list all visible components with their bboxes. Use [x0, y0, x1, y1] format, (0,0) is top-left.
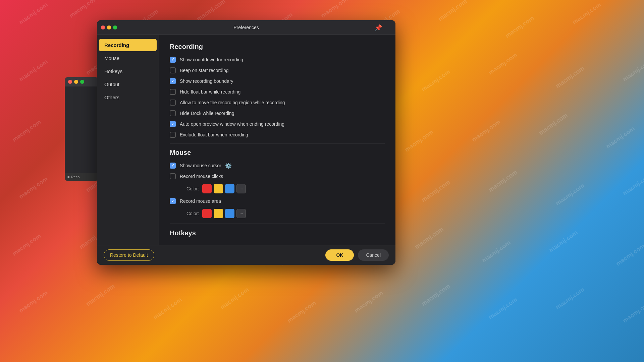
- preferences-titlebar: Preferences 📌: [97, 20, 395, 35]
- preferences-content: Recording Show countdown for recording B…: [159, 35, 395, 245]
- section-divider-2: [170, 224, 385, 224]
- area-color-row: Color: ···: [186, 209, 385, 218]
- preferences-window: Preferences 📌 Recording Mouse Hotkeys Ou…: [97, 20, 395, 265]
- traffic-light-yellow[interactable]: [74, 80, 78, 84]
- section-divider-1: [170, 143, 385, 143]
- click-color-more-button[interactable]: ···: [236, 184, 246, 193]
- option-show-boundary: Show recording boundary: [170, 78, 385, 84]
- recording-section-title: Recording: [170, 43, 385, 51]
- small-window-footer: ■ Reco: [65, 173, 98, 181]
- label-hide-float-bar: Hide float bar while recording: [180, 89, 240, 95]
- click-color-yellow[interactable]: [214, 184, 223, 193]
- label-hide-dock: Hide Dock while recording: [180, 111, 234, 116]
- pin-icon[interactable]: 📌: [375, 24, 382, 32]
- mouse-section-title: Mouse: [170, 149, 385, 157]
- click-color-blue[interactable]: [225, 184, 234, 193]
- small-window-footer-icon: ■: [67, 175, 70, 179]
- checkbox-record-area[interactable]: [170, 198, 176, 204]
- area-color-blue[interactable]: [225, 209, 234, 218]
- preferences-footer: Restore to Default OK Cancel: [97, 245, 395, 265]
- checkbox-beep-on-start[interactable]: [170, 67, 176, 73]
- area-color-yellow[interactable]: [214, 209, 223, 218]
- small-window-content: [65, 86, 98, 92]
- option-exclude-float-bar: Exclude float bar when recording: [170, 132, 385, 138]
- label-show-countdown: Show countdown for recording: [180, 57, 243, 62]
- label-allow-move-region: Allow to move the recording region while…: [180, 100, 285, 105]
- hotkeys-section-title: Hotkeys: [170, 229, 385, 237]
- preferences-body: Recording Mouse Hotkeys Output Others Re…: [97, 35, 395, 245]
- option-show-cursor: Show mouse cursor ⚙️: [170, 163, 385, 169]
- option-hide-dock: Hide Dock while recording: [170, 110, 385, 116]
- click-color-row: Color: ···: [186, 184, 385, 193]
- checkbox-record-clicks[interactable]: [170, 173, 176, 179]
- checkbox-exclude-float-bar[interactable]: [170, 132, 176, 138]
- label-beep-on-start: Beep on start recording: [180, 68, 229, 73]
- checkbox-show-boundary[interactable]: [170, 78, 176, 84]
- option-beep-on-start: Beep on start recording: [170, 67, 385, 73]
- sidebar-item-others[interactable]: Others: [99, 91, 157, 104]
- area-color-red[interactable]: [202, 209, 212, 218]
- label-exclude-float-bar: Exclude float bar when recording: [180, 132, 248, 137]
- checkbox-auto-open-preview[interactable]: [170, 121, 176, 127]
- click-color-label: Color:: [186, 186, 199, 191]
- label-record-clicks: Record mouse clicks: [180, 174, 223, 179]
- checkbox-show-countdown[interactable]: [170, 57, 176, 63]
- traffic-light-red[interactable]: [68, 80, 72, 84]
- checkbox-hide-dock[interactable]: [170, 110, 176, 116]
- sidebar-item-hotkeys[interactable]: Hotkeys: [99, 65, 157, 77]
- option-allow-move-region: Allow to move the recording region while…: [170, 100, 385, 106]
- sidebar-item-recording[interactable]: Recording: [99, 39, 157, 51]
- traffic-light-green[interactable]: [80, 80, 84, 84]
- area-color-more-button[interactable]: ···: [236, 209, 246, 218]
- cancel-button[interactable]: Cancel: [358, 249, 389, 261]
- sidebar-item-mouse[interactable]: Mouse: [99, 52, 157, 64]
- click-color-red[interactable]: [202, 184, 212, 193]
- label-auto-open-preview: Auto open preview window when ending rec…: [180, 121, 284, 127]
- option-record-clicks: Record mouse clicks: [170, 173, 385, 179]
- background-window: ■ Reco: [65, 77, 98, 181]
- option-show-countdown: Show countdown for recording: [170, 57, 385, 63]
- label-record-area: Record mouse area: [180, 198, 221, 204]
- small-window-footer-text: Reco: [71, 175, 80, 179]
- option-record-area: Record mouse area: [170, 198, 385, 204]
- checkbox-hide-float-bar[interactable]: [170, 89, 176, 95]
- preferences-title: Preferences: [233, 25, 259, 30]
- option-auto-open-preview: Auto open preview window when ending rec…: [170, 121, 385, 127]
- footer-buttons: OK Cancel: [325, 249, 389, 261]
- sidebar-item-output[interactable]: Output: [99, 78, 157, 90]
- pref-minimize-button[interactable]: [107, 25, 111, 29]
- label-show-boundary: Show recording boundary: [180, 78, 233, 84]
- pref-traffic-lights: [101, 25, 117, 29]
- checkbox-show-cursor[interactable]: [170, 163, 176, 169]
- preferences-sidebar: Recording Mouse Hotkeys Output Others: [97, 35, 159, 245]
- option-hide-float-bar: Hide float bar while recording: [170, 89, 385, 95]
- cursor-settings-gear-icon[interactable]: ⚙️: [225, 163, 231, 169]
- pref-close-button[interactable]: [101, 25, 105, 29]
- ok-button[interactable]: OK: [325, 249, 354, 261]
- restore-default-button[interactable]: Restore to Default: [104, 249, 154, 261]
- area-color-label: Color:: [186, 211, 199, 216]
- checkbox-allow-move-region[interactable]: [170, 100, 176, 106]
- pref-fullscreen-button[interactable]: [113, 25, 117, 29]
- label-show-cursor: Show mouse cursor: [180, 163, 221, 168]
